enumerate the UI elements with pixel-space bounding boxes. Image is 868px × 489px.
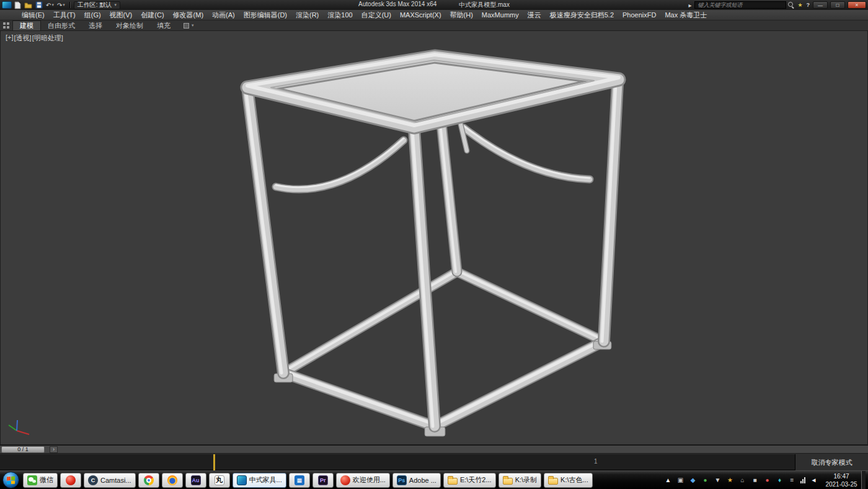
taskbar-button-folder-k2[interactable]: K:\古色... [544,473,593,488]
menu-item-modifiers[interactable]: 修改器(M) [169,10,208,20]
taskbar-button-label: K:\古色... [560,475,588,485]
taskbar-button-3dsmax[interactable]: 中式家具... [232,473,286,488]
menu-item-rendering[interactable]: 渲染(R) [291,10,323,20]
tray-icon-2[interactable]: ◆ [689,477,697,483]
menu-item-create[interactable]: 创建(C) [136,10,168,20]
tab-modeling[interactable]: 建模 [12,20,41,30]
tray-expand-icon[interactable]: ▲ [664,477,672,483]
redo-icon[interactable]: ↷▾ [56,1,66,9]
browser-icon [167,475,177,485]
menu-item-animation[interactable]: 动画(A) [208,10,239,20]
world-axis-gizmo [9,420,29,434]
titlebar: ↶▾ ↷▾ 工作区: 默认 ▾ Autodesk 3ds Max 2014 x6… [0,0,868,10]
taskbar-button-recorder[interactable] [60,473,81,488]
favorites-star-icon[interactable]: ★ [797,1,803,9]
menu-item-graph-editors[interactable]: 图形编辑器(D) [239,10,291,20]
close-button[interactable]: × [848,1,866,9]
menu-item-maxmummy[interactable]: MaxMummy [477,10,523,20]
tray-icon-1[interactable]: ▣ [676,477,684,483]
taskbar-button-label: Adobe ... [409,477,436,484]
perspective-viewport[interactable]: [+] [透视] [明暗处理] [0,30,868,445]
tray-clock[interactable]: 16:47 2021-03-25 [822,472,861,488]
taskbar-button-browser[interactable] [162,473,183,488]
start-button[interactable] [2,472,19,488]
time-slider-handle[interactable]: 0 / 1 [1,446,45,453]
viewport-menu-shading[interactable]: [明暗处理] [32,34,63,43]
tray-icon-4[interactable]: ▼ [714,477,722,483]
viewport-menu-general[interactable]: [+] [6,34,14,43]
tray-icon-10[interactable]: ≡ [788,477,796,483]
tab-freeform[interactable]: 自由形式 [41,20,82,30]
clock-time: 16:47 [822,472,861,480]
new-scene-icon[interactable] [14,1,22,9]
menu-item-render100[interactable]: 渲染100 [323,10,356,20]
tab-selection[interactable]: 选择 [82,20,109,30]
titlebar-separator [69,2,70,8]
tray-icon-8[interactable]: ● [763,477,771,483]
save-file-icon[interactable] [35,1,43,9]
wan-app-icon: 丸 [215,475,224,485]
minimize-button[interactable]: — [813,1,828,9]
tab-populate[interactable]: 填充 [150,20,177,30]
viewport-menu-pov[interactable]: [透视] [14,34,32,43]
menu-item-max-antivirus[interactable]: Max 杀毒卫士 [660,10,711,20]
ribbon-launcher-icon[interactable] [2,22,10,29]
tray-icon-6[interactable]: ⌂ [738,477,746,483]
help-icon[interactable]: ? [806,1,811,9]
model-table[interactable] [246,55,619,436]
menu-item-customize[interactable]: 自定义(U) [357,10,396,20]
viewport-3d-canvas[interactable] [1,31,868,446]
menu-item-group[interactable]: 组(G) [80,10,105,20]
window-title: Autodesk 3ds Max 2014 x64 中式家具模型.max [358,1,510,9]
infocenter-search-input[interactable] [694,1,786,9]
taskbar-button-wan[interactable]: 丸 [209,473,230,488]
tray-icon-3[interactable]: ● [701,477,709,483]
taskbar-button-blue-app[interactable]: ▦ [289,473,310,488]
taskbar-button-chrome[interactable] [138,473,159,488]
taskbar-button-premiere[interactable]: Pr [312,473,334,488]
tray-icon-9[interactable]: ♦ [776,477,784,483]
folder-icon [548,478,558,485]
network-icon[interactable] [800,477,805,483]
ribbon-options-button[interactable]: ▾ [184,20,194,30]
taskbar-button-audition[interactable]: Au [185,473,206,488]
undo-icon[interactable]: ↶▾ [45,1,55,9]
maximize-button[interactable]: □ [830,1,845,9]
menu-item-phoenixfd[interactable]: PhoenixFD [618,10,660,20]
app-title: Autodesk 3ds Max 2014 x64 [358,1,436,9]
cancel-expert-mode-button[interactable]: 取消专家模式 [795,454,868,470]
time-slider: 0 / 1 › [0,445,868,454]
taskbar-button-wechat[interactable]: 微信 [23,473,58,488]
document-title: 中式家具模型.max [459,1,510,9]
tray-icon-5[interactable]: ★ [726,477,734,483]
show-desktop-button[interactable] [861,471,866,489]
menu-item-views[interactable]: 视图(V) [105,10,137,20]
photoshop-icon: Ps [397,475,407,485]
menu-item-maxscript[interactable]: MAXScript(X) [396,10,446,20]
taskbar-button-label: 微信 [40,475,53,485]
menu-item-tools[interactable]: 工具(T) [49,10,80,20]
menu-item-edit[interactable]: 编辑(E) [17,10,49,20]
tab-object-paint[interactable]: 对象绘制 [109,20,150,30]
taskbar-button-welcome[interactable]: 欢迎使用... [336,473,390,488]
menu-item-help[interactable]: 帮助(H) [446,10,477,20]
taskbar-button-label: 中式家具... [249,475,282,485]
next-frame-button[interactable]: › [50,446,58,453]
workspace-selector[interactable]: 工作区: 默认 ▾ [74,1,120,9]
taskbar-button-camtasia[interactable]: C Camtasi... [84,473,136,488]
taskbar-button-folder-k1[interactable]: K:\录制 [498,473,541,488]
taskbar-button-folder-e[interactable]: E:\天竹2... [443,473,496,488]
max-logo-icon[interactable] [2,1,12,9]
ribbon-state-icon [184,23,189,29]
open-file-icon[interactable] [24,1,33,9]
search-arrow-icon[interactable]: ▸ [688,1,692,9]
menu-item-manyun[interactable]: 漫云 [523,10,546,20]
search-icon[interactable] [788,2,794,8]
menu-item-slim-archive[interactable]: 极速瘦身安全归档5.2 [546,10,618,20]
welcome-app-icon [340,475,350,485]
track-bar[interactable]: 1 取消专家模式 [0,454,868,470]
tray-icon-7[interactable]: ■ [751,477,759,483]
taskbar-button-photoshop[interactable]: Ps Adobe ... [392,473,441,488]
volume-icon[interactable]: ◄ [810,477,818,483]
track-bar-marker[interactable] [213,454,215,470]
